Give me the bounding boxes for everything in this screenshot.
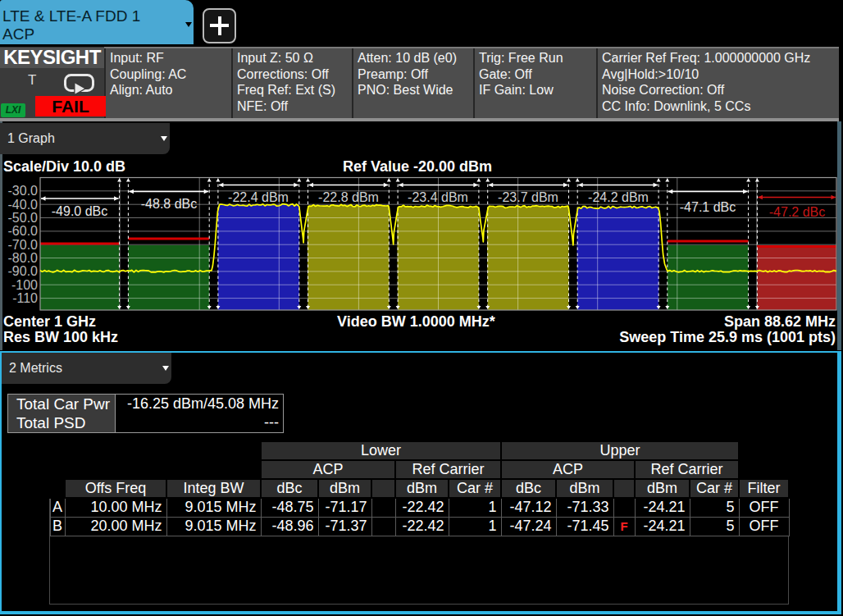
svg-text:-24.2 dBm: -24.2 dBm	[588, 190, 649, 204]
svg-text:-50.0: -50.0	[8, 211, 39, 225]
svg-text:-48.8 dBc: -48.8 dBc	[141, 197, 197, 211]
svg-text:-23.7 dBm: -23.7 dBm	[498, 190, 558, 204]
svg-text:-90.0: -90.0	[8, 264, 39, 278]
svg-text:-60.0: -60.0	[8, 224, 39, 238]
svg-text:-47.1 dBc: -47.1 dBc	[680, 200, 736, 214]
svg-text:-40.0: -40.0	[8, 198, 39, 212]
svg-text:-23.4 dBm: -23.4 dBm	[408, 190, 468, 204]
svg-text:-49.0 dBc: -49.0 dBc	[52, 204, 107, 218]
svg-text:-22.4 dBm: -22.4 dBm	[228, 190, 289, 204]
svg-text:-22.8 dBm: -22.8 dBm	[318, 190, 379, 204]
svg-text:-100: -100	[11, 278, 38, 292]
svg-text:-110: -110	[12, 291, 38, 305]
svg-text:-30.0: -30.0	[8, 184, 39, 198]
svg-text:-47.2 dBc: -47.2 dBc	[769, 205, 825, 219]
svg-text:-80.0: -80.0	[8, 251, 39, 265]
svg-text:-70.0: -70.0	[8, 238, 39, 252]
